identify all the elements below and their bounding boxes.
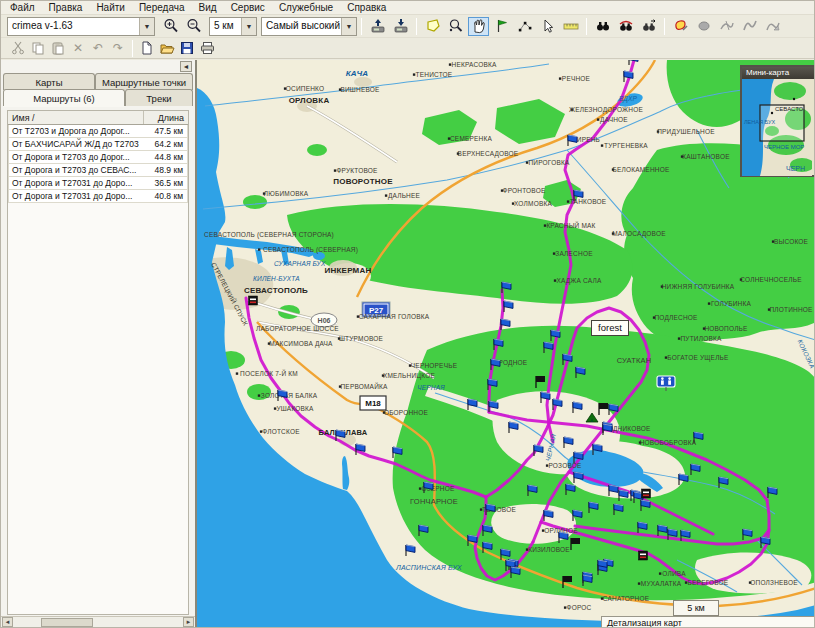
green-flag-icon <box>494 18 510 34</box>
map-label: СУАТКАН <box>617 356 652 365</box>
scroll-right-icon[interactable]: ► <box>183 617 194 627</box>
pointer-tool-button[interactable] <box>537 17 558 36</box>
folder-open-icon <box>160 41 175 55</box>
route-name[interactable]: От Т2703 и Дорога до Дорог... <box>9 125 141 137</box>
zoom-in-button[interactable] <box>160 17 181 36</box>
map-svg[interactable]: Р27М18Н06КАЧАОРЛОВКАОСИПЕНКОВИШНЕВОЕТЕНИ… <box>197 60 814 627</box>
tab-routes[interactable]: Маршруты (6) <box>3 89 125 106</box>
chevron-down-icon[interactable]: ▼ <box>341 18 356 35</box>
map-label: ПОВОРОТНОЕ <box>333 177 393 186</box>
map-label: ЖЕЛЕЗНОДОРОЖНОЕ <box>569 106 643 114</box>
route-row[interactable]: От Дорога и Т2703 до СЕВАС...48.9 км <box>8 164 188 177</box>
find-button[interactable] <box>592 17 613 36</box>
menu-help[interactable]: Справка <box>340 1 393 14</box>
minimap-panel[interactable]: Мини-карта СЕВАСТО ЛЕНАЯ БУХ <box>740 65 814 177</box>
town-dot <box>708 302 710 304</box>
chevron-down-icon[interactable]: ▼ <box>241 18 256 35</box>
route-name[interactable]: От Дорога и Т27031 до Доро... <box>9 177 141 189</box>
route-name[interactable]: От Дорога и Т27031 до Доро... <box>9 190 141 202</box>
station-icon[interactable] <box>642 489 651 498</box>
find-address-button[interactable] <box>615 17 636 36</box>
menu-file[interactable]: Файл <box>3 1 42 14</box>
column-name[interactable]: Имя / <box>8 111 144 124</box>
menu-utilities[interactable]: Служебные <box>272 1 340 14</box>
map-label: ПИРОГОВКА <box>528 159 570 166</box>
map-label: ОСИПЕНКО <box>286 85 325 92</box>
open-file-button[interactable] <box>158 40 176 57</box>
map-label: МАКСИМОВА ДАЧА <box>269 340 333 348</box>
pan-tool-button[interactable] <box>468 17 489 36</box>
route-points-icon <box>517 18 533 34</box>
tab-waypoints[interactable]: Маршрутные точки <box>95 73 193 90</box>
minimap-svg[interactable]: СЕВАСТО ЛЕНАЯ БУХ ЧЕРНОЕ МОР ЧЕРН <box>742 79 812 176</box>
panel-hscrollbar[interactable]: ◄ ► <box>1 616 195 627</box>
menu-edit[interactable]: Правка <box>42 1 90 14</box>
town-dot <box>236 372 238 374</box>
route-name[interactable]: От Дорога и Т2703 до Дорог... <box>9 151 141 163</box>
map-label: ФОРОС <box>567 604 592 611</box>
scissors-icon <box>11 41 25 55</box>
device-download-icon <box>393 18 409 34</box>
scale-select[interactable]: 5 км ▼ <box>209 17 257 36</box>
save-file-button[interactable] <box>178 40 196 57</box>
station-icon[interactable] <box>249 296 258 305</box>
route-row[interactable]: От Дорога и Т27031 до Доро...40.8 км <box>8 190 188 203</box>
trim-object-button[interactable] <box>693 17 714 36</box>
measure-tool-button[interactable] <box>560 17 581 36</box>
select-region-button[interactable] <box>422 17 443 36</box>
upload-to-device-button[interactable] <box>367 17 388 36</box>
minimap-title: Мини-карта <box>742 67 814 79</box>
map-label: ФРОНТОВОЕ <box>503 187 546 194</box>
map-label: ВЕРХНЕСАДОВОЕ <box>458 150 519 158</box>
route-length: 47.5 км <box>141 125 187 137</box>
route-row[interactable]: От БАХЧИСАРАЙ Ж/Д до Т270364.2 км <box>8 138 188 151</box>
sidebar-panel: ◄ Карты Маршрутные точки Маршруты (6) Тр… <box>1 60 197 627</box>
detail-select[interactable]: Самый высокий ▼ <box>261 17 357 36</box>
cut-button[interactable] <box>9 40 27 57</box>
undo-button[interactable]: ↶ <box>89 40 107 57</box>
tab-maps[interactable]: Карты <box>3 73 95 90</box>
map-label: ГОЛУБИНКА <box>711 300 752 307</box>
menu-view[interactable]: Вид <box>192 1 224 14</box>
smooth-curve-button[interactable] <box>739 17 760 36</box>
zoom-out-button[interactable] <box>183 17 204 36</box>
routes-list: Имя / Длина От Т2703 и Дорога до Дорог..… <box>7 110 189 615</box>
scroll-left-icon[interactable]: ◄ <box>2 617 13 627</box>
minimap-label: ЧЕРНОЕ МОР <box>764 144 804 150</box>
redo-button[interactable]: ↷ <box>109 40 127 57</box>
map-canvas[interactable]: Р27М18Н06КАЧАОРЛОВКАОСИПЕНКОВИШНЕВОЕТЕНИ… <box>197 60 814 627</box>
find-next-button[interactable] <box>638 17 659 36</box>
scrollbar-thumb[interactable] <box>41 618 93 627</box>
menu-transfer[interactable]: Передача <box>132 1 192 14</box>
route-name[interactable]: От Дорога и Т2703 до СЕВАС... <box>9 164 141 176</box>
zoom-select-button[interactable] <box>445 17 466 36</box>
add-waypoint-button[interactable] <box>491 17 512 36</box>
draw-object-button[interactable] <box>670 17 691 36</box>
edit-curve-button[interactable] <box>762 17 783 36</box>
routes-list-header[interactable]: Имя / Длина <box>8 111 188 125</box>
download-from-device-button[interactable] <box>390 17 411 36</box>
station-icon[interactable] <box>639 551 648 560</box>
menu-find[interactable]: Найти <box>89 1 132 14</box>
grey-blob-icon <box>696 18 712 34</box>
print-button[interactable] <box>198 40 216 57</box>
delete-button[interactable]: ✕ <box>69 40 87 57</box>
split-object-button[interactable] <box>716 17 737 36</box>
route-row[interactable]: От Дорога и Т27031 до Доро...36.5 км <box>8 177 188 190</box>
map-label: СЕМЕРЕНКА <box>450 135 493 142</box>
copy-button[interactable] <box>29 40 47 57</box>
paste-button[interactable] <box>49 40 67 57</box>
map-label: КАШТАНОВОЕ <box>682 153 730 160</box>
edit-route-button[interactable] <box>514 17 535 36</box>
map-select[interactable]: crimea v-1.63 ▼ <box>7 17 155 36</box>
route-row[interactable]: От Дорога и Т2703 до Дорог...44.8 км <box>8 151 188 164</box>
map-label: ХАДЖА САЛА <box>556 277 602 285</box>
menu-service[interactable]: Сервис <box>224 1 272 14</box>
new-file-button[interactable] <box>138 40 156 57</box>
route-row[interactable]: От Т2703 и Дорога до Дорог...47.5 км <box>8 125 188 138</box>
tab-tracks[interactable]: Треки <box>125 89 193 106</box>
column-length[interactable]: Длина <box>144 111 188 124</box>
chevron-down-icon[interactable]: ▼ <box>139 18 154 35</box>
panel-collapse-button[interactable]: ◄ <box>180 61 192 72</box>
route-name[interactable]: От БАХЧИСАРАЙ Ж/Д до Т2703 <box>9 138 141 150</box>
